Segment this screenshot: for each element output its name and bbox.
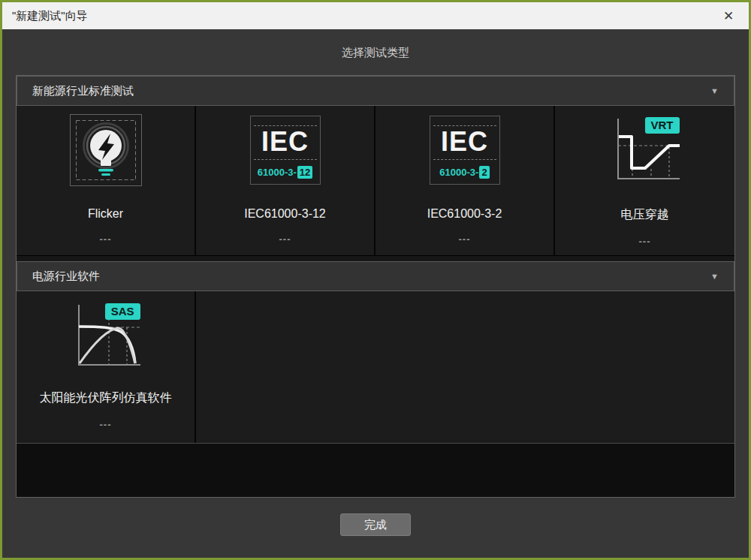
iec-61000-3-2-logo-icon: IEC 61000-3- 2: [430, 116, 500, 185]
voltage-ride-through-curve-icon: VRT: [609, 116, 681, 185]
card-row-new-energy: Flicker --- IEC 61000-3- 12: [17, 106, 734, 256]
test-type-panel: 新能源行业标准测试 ▼: [16, 75, 735, 498]
card-label: IEC61000-3-2: [427, 207, 502, 221]
section-title: 电源行业软件: [32, 269, 100, 284]
card-subtitle: ---: [639, 236, 651, 247]
iec-61000-3-12-logo-icon: IEC 61000-3- 12: [250, 116, 321, 185]
footer: 完成: [2, 498, 749, 558]
card-label: 电压穿越: [621, 207, 669, 223]
iec-number-badge: 12: [297, 166, 312, 179]
close-button[interactable]: ✕: [719, 6, 738, 26]
empty-card-slot: [376, 291, 555, 443]
iec-logo-text: IEC: [430, 125, 499, 159]
iec-series-text: 61000-3-: [258, 167, 297, 178]
iec-logo-text: IEC: [251, 125, 320, 159]
flicker-bulb-icon: [70, 114, 142, 186]
window-title: "新建测试"向导: [12, 9, 88, 23]
section-header-new-energy[interactable]: 新能源行业标准测试 ▼: [17, 76, 734, 106]
sas-badge: SAS: [105, 303, 140, 320]
card-flicker[interactable]: Flicker ---: [17, 106, 196, 255]
card-row-power-software: SAS 太阳能光伏阵列仿真软件 ---: [17, 291, 734, 444]
empty-card-slot: [196, 291, 376, 443]
card-iec61000-3-12[interactable]: IEC 61000-3- 12 IEC61000-3-12 ---: [196, 106, 376, 255]
new-test-wizard-dialog: "新建测试"向导 ✕ 选择测试类型 新能源行业标准测试 ▼: [0, 0, 751, 560]
solar-array-simulator-curve-icon: SAS: [70, 302, 142, 371]
card-subtitle: ---: [279, 233, 291, 245]
page-title: 选择测试类型: [2, 29, 749, 62]
card-iec61000-3-2[interactable]: IEC 61000-3- 2 IEC61000-3-2 ---: [376, 106, 555, 255]
card-subtitle: ---: [100, 233, 112, 245]
chevron-down-icon[interactable]: ▼: [710, 86, 719, 95]
card-label: 太阳能光伏阵列仿真软件: [40, 390, 172, 406]
finish-button[interactable]: 完成: [340, 513, 411, 536]
card-solar-array-simulator[interactable]: SAS 太阳能光伏阵列仿真软件 ---: [17, 291, 196, 443]
section-title: 新能源行业标准测试: [32, 84, 134, 98]
vrt-badge: VRT: [645, 117, 680, 134]
iec-number-badge: 2: [479, 166, 489, 179]
title-bar: "新建测试"向导 ✕: [2, 2, 749, 29]
chevron-down-icon[interactable]: ▼: [710, 272, 719, 281]
card-subtitle: ---: [459, 233, 471, 245]
empty-card-slot: [555, 291, 734, 443]
card-subtitle: ---: [100, 419, 112, 430]
close-icon: ✕: [723, 10, 734, 23]
empty-area: [17, 444, 734, 497]
card-label: IEC61000-3-12: [244, 207, 326, 221]
iec-series-text: 61000-3-: [439, 167, 478, 178]
card-voltage-ride-through[interactable]: VRT 电压穿越 ---: [555, 106, 734, 255]
card-label: Flicker: [88, 207, 123, 221]
dialog-body: 选择测试类型 新能源行业标准测试 ▼: [2, 29, 749, 558]
section-header-power-software[interactable]: 电源行业软件 ▼: [17, 261, 734, 291]
